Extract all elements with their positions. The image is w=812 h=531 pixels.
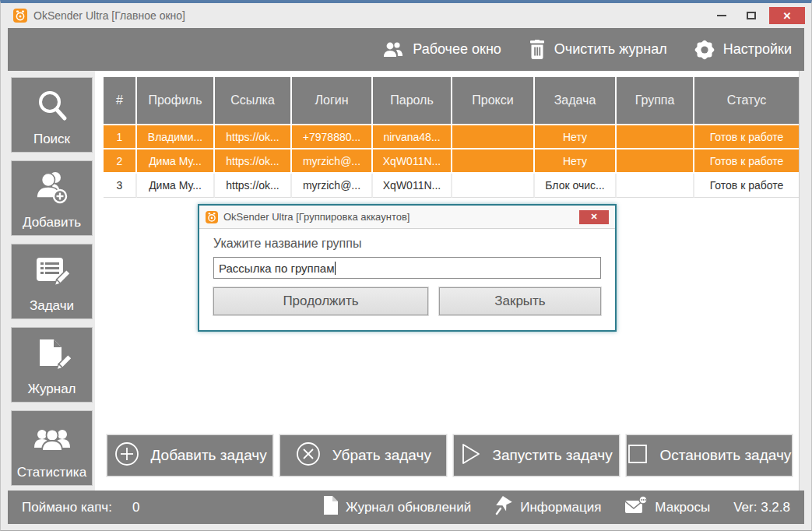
column-header[interactable]: Статус (694, 77, 799, 125)
play-icon (460, 441, 482, 470)
column-header[interactable]: Прокси (452, 77, 535, 125)
table-cell: +7978880... (292, 125, 373, 149)
table-cell: myrzich@... (292, 174, 373, 198)
window-title: OkSender Ultra [Главное окно] (33, 9, 185, 22)
table-header-row: # Профиль Ссылка Логин Пароль Прокси Зад… (104, 77, 799, 125)
settings-button[interactable]: Настройки (694, 39, 792, 61)
plus-circle-icon (114, 441, 140, 471)
macros-button[interactable]: Макросы (624, 496, 710, 519)
mail-icon (624, 496, 648, 519)
stop-task-button[interactable]: Остановить задачу (626, 434, 793, 476)
table-cell: Готов к работе (694, 125, 799, 149)
update-log-button[interactable]: Журнал обновлений (323, 495, 471, 519)
column-header[interactable]: # (104, 77, 137, 125)
table-cell: Блок очис... (535, 174, 617, 198)
table-cell: Дима Му... (137, 174, 215, 198)
information-button[interactable]: Информация (494, 495, 601, 519)
top-toolbar: Рабочее окно Очистить журнал Настройки (8, 28, 804, 71)
table-cell (452, 149, 535, 174)
app-window: OkSender Ultra [Главное окно] ✕ Рабочее … (0, 0, 812, 531)
table-cell: 1 (104, 125, 137, 149)
journal-icon (32, 338, 72, 378)
start-task-button[interactable]: Запустить задачу (453, 434, 620, 476)
table-cell: 2 (104, 149, 137, 174)
table-row[interactable]: 1 Владими... https://ok... +7978880... n… (104, 125, 799, 149)
group-dialog: OkSender Ultra [Группировка аккаунтов] ✕… (198, 204, 617, 332)
app-logo-icon (206, 211, 218, 223)
column-header[interactable]: Задача (535, 77, 617, 125)
table-cell: Нету (535, 149, 617, 174)
table-cell (617, 125, 694, 149)
status-bar: Поймано капч: 0 Журнал обновлений Информ… (8, 491, 804, 524)
table-cell (452, 125, 535, 149)
dialog-cancel-button[interactable]: Закрыть (439, 287, 601, 315)
captcha-count: 0 (132, 500, 139, 515)
add-user-icon (32, 171, 72, 212)
table-cell: 3 (104, 174, 137, 198)
table-row[interactable]: 3 Дима Му... https://ok... myrzich@... X… (104, 174, 799, 198)
tasks-icon (32, 255, 72, 295)
sidebar-item-search[interactable]: Поиск (11, 77, 93, 153)
minimize-button[interactable] (710, 7, 733, 24)
maximize-button[interactable] (740, 7, 763, 24)
remove-task-button[interactable]: Убрать задачу (279, 434, 446, 476)
close-button[interactable]: ✕ (769, 7, 805, 24)
continue-button[interactable]: Продолжить (213, 287, 428, 315)
table-cell: https://ok... (215, 125, 292, 149)
dialog-title: OkSender Ultra [Группировка аккаунтов] (223, 211, 410, 223)
table-cell: XqW011N... (373, 174, 452, 198)
document-icon (323, 495, 339, 519)
version-label: Ver: 3.2.8 (733, 500, 790, 515)
group-name-label: Укажите название группы (213, 237, 601, 251)
add-task-button[interactable]: Добавить задачу (107, 434, 273, 476)
table-cell (617, 174, 694, 198)
column-header[interactable]: Группа (617, 77, 694, 125)
dialog-close-button[interactable]: ✕ (579, 210, 609, 224)
table-cell: XqW011N... (373, 149, 452, 174)
group-name-input[interactable]: Рассылка по группам (213, 257, 601, 279)
column-header[interactable]: Логин (292, 77, 373, 125)
search-icon (33, 86, 72, 128)
sidebar-item-tasks[interactable]: Задачи (11, 244, 93, 319)
gear-icon (694, 39, 715, 61)
table-cell: Владими... (137, 125, 215, 149)
clear-log-button[interactable]: Очистить журнал (528, 40, 667, 60)
statistics-icon (31, 424, 73, 462)
table-row[interactable]: 2 Дима Му... https://ok... myrzich@... X… (104, 149, 799, 174)
column-header[interactable]: Пароль (373, 77, 452, 125)
x-circle-icon (295, 441, 322, 471)
users-icon (381, 40, 405, 59)
sidebar-item-add[interactable]: Добавить (11, 160, 93, 236)
sidebar-item-statistics[interactable]: Статистика (11, 410, 93, 486)
pin-icon (494, 495, 513, 519)
table-cell: Нету (535, 125, 617, 149)
dialog-title-bar: OkSender Ultra [Группировка аккаунтов] ✕ (199, 206, 615, 229)
table-cell (617, 149, 694, 174)
table-cell: myrzich@... (292, 149, 373, 174)
title-bar: OkSender Ultra [Главное окно] ✕ (1, 3, 811, 28)
accounts-table: # Профиль Ссылка Логин Пароль Прокси Зад… (104, 77, 799, 198)
trash-icon (528, 40, 547, 60)
app-logo-icon (13, 9, 27, 23)
table-cell (452, 174, 535, 198)
table-cell: nirvana48... (373, 125, 452, 149)
task-buttons-row: Добавить задачу Убрать задачу Запустить … (107, 434, 793, 476)
work-window-button[interactable]: Рабочее окно (381, 40, 501, 59)
table-cell: Готов к работе (694, 149, 799, 174)
sidebar: Поиск Добавить Задачи (8, 71, 95, 491)
text-caret (335, 262, 336, 275)
table-cell: https://ok... (215, 149, 292, 174)
column-header[interactable]: Профиль (137, 77, 215, 125)
table-cell: Готов к работе (694, 174, 799, 198)
captcha-label: Поймано капч: (22, 500, 112, 515)
stop-icon (627, 443, 649, 469)
sidebar-item-journal[interactable]: Журнал (11, 327, 93, 403)
column-header[interactable]: Ссылка (215, 77, 292, 125)
table-cell: https://ok... (215, 174, 292, 198)
table-cell: Дима Му... (137, 149, 215, 174)
